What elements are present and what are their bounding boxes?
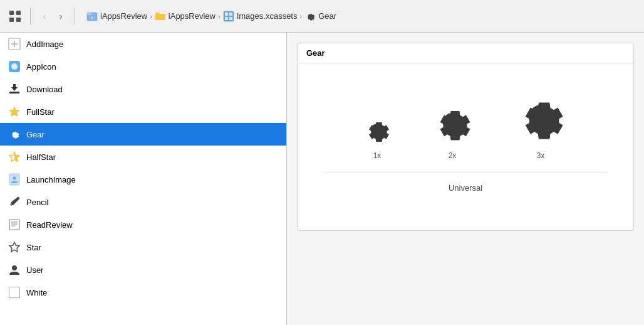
grid-icon[interactable] <box>6 8 24 25</box>
sidebar-item-user[interactable]: User <box>0 258 286 281</box>
breadcrumb-item-gear[interactable]: Gear <box>304 11 336 22</box>
panel-divider <box>323 173 608 173</box>
breadcrumb-item-folder[interactable]: iAppsReview <box>155 11 216 22</box>
user-icon <box>8 263 21 277</box>
svg-marker-18 <box>11 84 18 91</box>
sidebar-item-label-download: Download <box>26 85 63 94</box>
sidebar-item-fullstar[interactable]: FullStar <box>0 100 286 123</box>
gear-variant-1x: 1x <box>362 115 392 160</box>
fullstar-icon <box>8 105 21 119</box>
nav-buttons: ‹ › <box>37 9 68 24</box>
gear-image-3x <box>512 88 569 145</box>
sidebar-item-white[interactable]: White <box>0 281 286 304</box>
main-layout: AddImage AppIcon Download <box>0 33 644 325</box>
svg-rect-2 <box>9 18 14 22</box>
svg-point-16 <box>11 63 18 70</box>
sidebar-item-launchimage[interactable]: LaunchImage <box>0 168 286 191</box>
breadcrumb-label-xcassets: Images.xcassets <box>237 11 298 21</box>
sidebar-item-label-white: White <box>26 288 47 297</box>
sidebar-item-label-star: Star <box>26 243 41 252</box>
sidebar-item-label-addimage: AddImage <box>26 40 63 49</box>
breadcrumb-label-gear: Gear <box>318 11 336 21</box>
readreview-icon <box>8 218 21 232</box>
content-area: Gear 1x <box>287 33 644 325</box>
gear-scale-label-2x: 2x <box>449 151 457 160</box>
launchimage-icon <box>8 173 21 186</box>
breadcrumb-label-project: iAppsReview <box>100 11 147 21</box>
asset-panel-body: 1x 2x <box>298 63 633 215</box>
sidebar-item-label-launchimage: LaunchImage <box>26 175 76 184</box>
breadcrumb: A iAppsReview › iAppsReview › Images.xca… <box>86 11 336 22</box>
white-icon-box <box>9 287 20 298</box>
svg-point-28 <box>12 265 17 270</box>
breadcrumb-item-xcassets[interactable]: Images.xcassets <box>223 11 298 22</box>
gear-image-1x <box>362 115 392 145</box>
breadcrumb-sep-2: › <box>218 13 221 20</box>
svg-rect-17 <box>9 92 19 93</box>
addimage-icon <box>8 37 21 51</box>
toolbar-divider-2 <box>75 8 75 25</box>
sidebar-item-download[interactable]: Download <box>0 78 286 100</box>
breadcrumb-sep-1: › <box>150 13 152 20</box>
white-icon <box>8 285 21 299</box>
sidebar: AddImage AppIcon Download <box>0 33 287 325</box>
gear-variant-3x: 3x <box>512 88 569 160</box>
toolbar: ‹ › A iAppsReview › iAppsReview › <box>0 0 644 33</box>
breadcrumb-label-folder: iAppsReview <box>169 11 216 21</box>
svg-marker-27 <box>9 242 19 252</box>
svg-marker-19 <box>9 107 19 116</box>
toolbar-divider <box>30 8 31 25</box>
breadcrumb-item-project[interactable]: A iAppsReview <box>86 11 147 22</box>
download-icon <box>8 82 21 96</box>
asset-panel: Gear 1x <box>297 43 634 231</box>
sidebar-item-label-user: User <box>26 265 43 275</box>
forward-button[interactable]: › <box>53 9 68 24</box>
sidebar-item-appicon[interactable]: AppIcon <box>0 55 286 78</box>
sidebar-item-addimage[interactable]: AddImage <box>0 33 286 55</box>
appicon-icon <box>8 60 21 73</box>
sidebar-item-label-readreview: ReadReview <box>26 220 73 230</box>
svg-rect-11 <box>229 17 232 20</box>
gear-icon-sidebar <box>8 127 21 141</box>
gear-scale-label-3x: 3x <box>537 151 545 160</box>
sidebar-item-label-gear: Gear <box>26 130 44 139</box>
gear-variant-2x: 2x <box>430 100 475 160</box>
sidebar-item-label-halfstar: HalfStar <box>26 152 56 162</box>
svg-text:A: A <box>91 16 93 19</box>
sidebar-item-star[interactable]: Star <box>0 236 286 258</box>
svg-rect-8 <box>225 13 228 16</box>
halfstar-icon <box>8 150 21 164</box>
gear-scale-label-1x: 1x <box>373 151 382 160</box>
svg-point-22 <box>13 177 16 180</box>
asset-panel-title: Gear <box>298 43 633 63</box>
pencil-icon <box>8 195 21 209</box>
sidebar-item-readreview[interactable]: ReadReview <box>0 213 286 236</box>
svg-rect-23 <box>9 220 19 230</box>
svg-rect-3 <box>16 18 21 22</box>
back-button[interactable]: ‹ <box>37 9 52 24</box>
gear-variants: 1x 2x <box>323 76 608 166</box>
svg-rect-1 <box>16 11 21 15</box>
svg-rect-9 <box>229 13 232 16</box>
sidebar-item-label-pencil: Pencil <box>26 198 48 207</box>
gear-image-2x <box>430 100 475 145</box>
universal-label: Universal <box>323 179 608 203</box>
svg-rect-5 <box>87 13 91 15</box>
svg-rect-10 <box>225 17 228 20</box>
sidebar-item-label-fullstar: FullStar <box>26 107 55 117</box>
svg-rect-0 <box>9 11 14 15</box>
sidebar-item-gear[interactable]: Gear <box>0 123 286 146</box>
sidebar-item-halfstar[interactable]: HalfStar <box>0 146 286 168</box>
star-icon <box>8 240 21 254</box>
breadcrumb-sep-3: › <box>299 13 302 20</box>
sidebar-item-label-appicon: AppIcon <box>26 62 56 72</box>
sidebar-item-pencil[interactable]: Pencil <box>0 191 286 213</box>
